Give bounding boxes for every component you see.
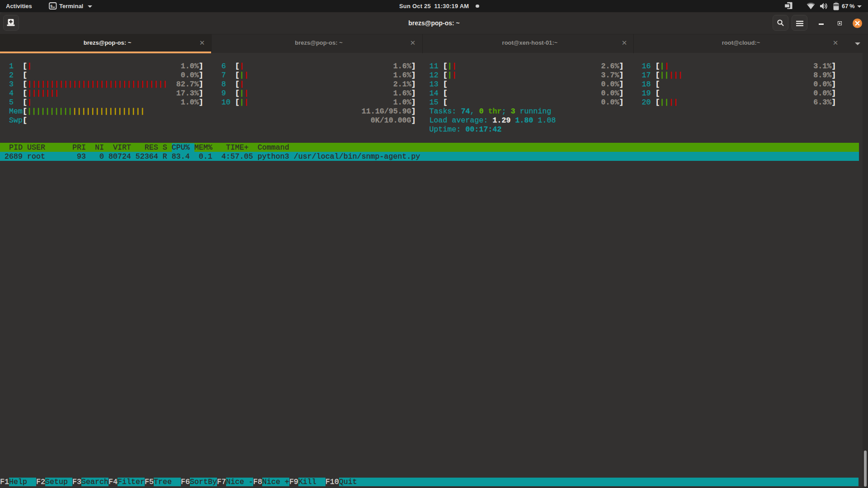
svg-text:$: $ <box>50 5 53 9</box>
